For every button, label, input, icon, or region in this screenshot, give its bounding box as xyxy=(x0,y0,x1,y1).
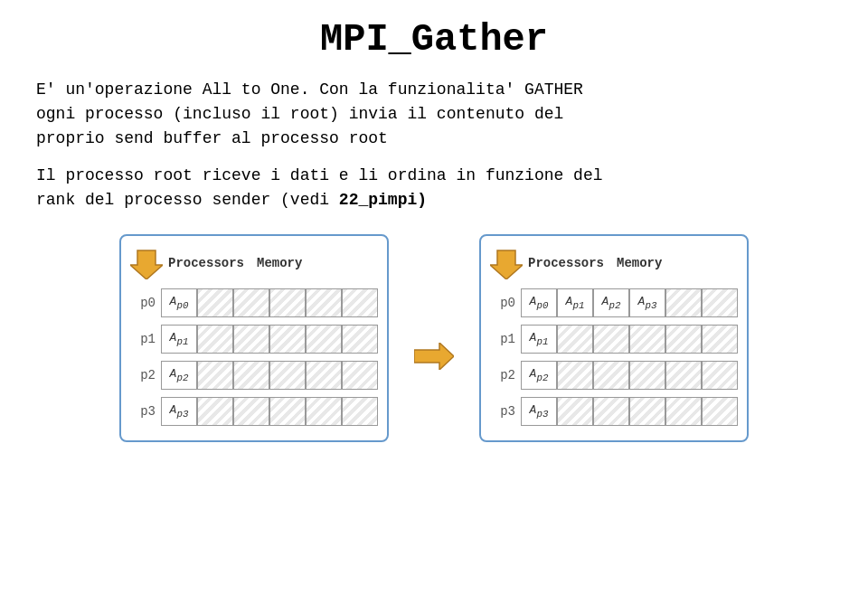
right-cell-3-2 xyxy=(593,397,629,426)
left-row-1: p1 Ap1 xyxy=(130,323,378,355)
left-row-0: p0 Ap0 xyxy=(130,287,378,319)
svg-marker-2 xyxy=(490,250,523,279)
desc-line1: E' un'operazione All to One. Con la funz… xyxy=(36,80,583,99)
right-row-3: p3 Ap3 xyxy=(490,395,738,428)
right-cell-2-2 xyxy=(593,361,629,390)
right-cell-1-1 xyxy=(557,325,593,354)
left-cell-3-2 xyxy=(233,397,269,426)
description-block2: Il processo root riceve i dati e li ordi… xyxy=(36,164,832,212)
right-cell-0-2: Ap2 xyxy=(593,288,629,317)
left-cell-0-5 xyxy=(342,288,378,317)
left-processors-label: Processors xyxy=(168,256,250,270)
right-cell-2-4 xyxy=(665,361,702,390)
left-row-2-cells: Ap2 xyxy=(161,361,378,390)
right-row-3-cells: Ap3 xyxy=(521,397,738,426)
left-cell-3-4 xyxy=(306,397,342,426)
left-row-3-cells: Ap3 xyxy=(161,397,378,426)
left-cell-1-0: Ap1 xyxy=(161,325,197,354)
right-cell-0-0: Ap0 xyxy=(521,288,557,317)
left-cell-2-0: Ap2 xyxy=(161,361,197,390)
left-row-0-label: p0 xyxy=(130,296,156,310)
right-cell-1-3 xyxy=(629,325,665,354)
left-cell-1-5 xyxy=(342,325,378,354)
right-row-2-cells: Ap2 xyxy=(521,361,738,390)
left-cell-0-3 xyxy=(269,288,306,317)
page-title: MPI_Gather xyxy=(36,18,832,61)
right-processors-label: Processors xyxy=(528,256,609,270)
left-cell-0-2 xyxy=(233,288,269,317)
right-diagram-header: Processors Memory xyxy=(490,247,738,279)
right-row-1-label: p1 xyxy=(490,332,515,346)
right-cell-0-5 xyxy=(702,288,738,317)
right-row-1-cells: Ap1 xyxy=(521,325,738,354)
right-cell-0-3: Ap3 xyxy=(629,288,665,317)
right-cell-3-0: Ap3 xyxy=(521,397,557,426)
desc-line5: rank del processo sender (vedi xyxy=(36,191,339,209)
left-cell-2-4 xyxy=(306,361,342,390)
right-cell-2-1 xyxy=(557,361,593,390)
desc-bold: 22_pimpi) xyxy=(339,191,427,209)
desc-line2: ogni processo (incluso il root) invia il… xyxy=(36,105,563,123)
svg-marker-0 xyxy=(130,250,163,279)
right-cell-3-1 xyxy=(557,397,593,426)
right-cell-3-5 xyxy=(702,397,738,426)
left-cell-1-2 xyxy=(233,325,269,354)
right-cell-3-4 xyxy=(665,397,702,426)
left-row-3-label: p3 xyxy=(130,404,156,419)
right-row-3-label: p3 xyxy=(490,404,515,419)
right-cell-0-4 xyxy=(665,288,702,317)
left-cell-2-3 xyxy=(269,361,306,390)
diagrams-container: Processors Memory p0 Ap0 p1 Ap1 xyxy=(36,234,832,442)
left-row-2: p2 Ap2 xyxy=(130,359,378,392)
description-block: E' un'operazione All to One. Con la funz… xyxy=(36,78,832,151)
left-memory-label: Memory xyxy=(257,256,302,270)
right-cell-1-4 xyxy=(665,325,702,354)
left-arrow-down-icon xyxy=(130,247,163,279)
left-cell-3-1 xyxy=(197,397,233,426)
left-cell-3-3 xyxy=(269,397,306,426)
left-row-3: p3 Ap3 xyxy=(130,395,378,428)
right-cell-3-3 xyxy=(629,397,665,426)
left-cell-3-0: Ap3 xyxy=(161,397,197,426)
left-cell-0-4 xyxy=(306,288,342,317)
right-row-0-label: p0 xyxy=(490,296,515,310)
left-cell-0-1 xyxy=(197,288,233,317)
left-cell-2-1 xyxy=(197,361,233,390)
left-cell-2-5 xyxy=(342,361,378,390)
right-cell-2-0: Ap2 xyxy=(521,361,557,390)
right-row-1: p1 Ap1 xyxy=(490,323,738,355)
right-row-2: p2 Ap2 xyxy=(490,359,738,392)
right-cell-1-0: Ap1 xyxy=(521,325,557,354)
left-diagram-header: Processors Memory xyxy=(130,247,378,279)
left-diagram: Processors Memory p0 Ap0 p1 Ap1 xyxy=(119,234,389,442)
right-diagram: Processors Memory p0 Ap0 Ap1 Ap2 Ap3 p1 … xyxy=(479,234,749,442)
desc-line3: proprio send buffer al processo root xyxy=(36,129,388,147)
svg-marker-1 xyxy=(414,343,454,370)
left-cell-1-3 xyxy=(269,325,306,354)
left-row-1-cells: Ap1 xyxy=(161,325,378,354)
right-cell-2-3 xyxy=(629,361,665,390)
left-row-0-cells: Ap0 xyxy=(161,288,378,317)
left-cell-1-4 xyxy=(306,325,342,354)
left-cell-0-0: Ap0 xyxy=(161,288,197,317)
right-row-0: p0 Ap0 Ap1 Ap2 Ap3 xyxy=(490,287,738,319)
page: MPI_Gather E' un'operazione All to One. … xyxy=(0,0,868,604)
left-row-1-label: p1 xyxy=(130,332,156,346)
left-cell-2-2 xyxy=(233,361,269,390)
right-cell-0-1: Ap1 xyxy=(557,288,593,317)
right-row-2-label: p2 xyxy=(490,368,515,382)
right-cell-1-2 xyxy=(593,325,629,354)
right-cell-1-5 xyxy=(702,325,738,354)
right-cell-2-5 xyxy=(702,361,738,390)
left-row-2-label: p2 xyxy=(130,368,156,382)
left-cell-3-5 xyxy=(342,397,378,426)
right-arrow-down-icon xyxy=(490,247,523,279)
left-cell-1-1 xyxy=(197,325,233,354)
gather-arrow-icon xyxy=(414,343,454,370)
desc-line4: Il processo root riceve i dati e li ordi… xyxy=(36,166,603,184)
right-memory-label: Memory xyxy=(617,256,662,270)
right-row-0-cells: Ap0 Ap1 Ap2 Ap3 xyxy=(521,288,738,317)
